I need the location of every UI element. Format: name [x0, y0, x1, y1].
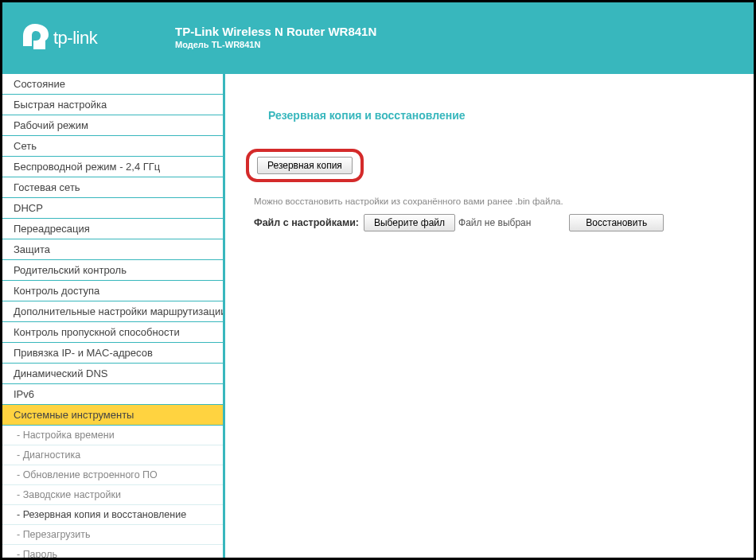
sidebar-item[interactable]: DHCP: [2, 198, 223, 219]
sidebar-item[interactable]: Переадресация: [2, 219, 223, 239]
sidebar-item[interactable]: Состояние: [2, 74, 223, 95]
file-row: Файл с настройками: Выберите файл Файл н…: [249, 214, 730, 231]
file-label: Файл с настройками:: [254, 217, 359, 228]
sidebar-item[interactable]: Беспроводной режим - 2,4 ГГц: [2, 157, 223, 177]
sidebar-subitem[interactable]: - Пароль: [2, 545, 223, 558]
sidebar-item[interactable]: Рабочий режим: [2, 115, 223, 136]
tp-link-logo-icon: [21, 22, 50, 54]
sidebar-subitem[interactable]: - Настройка времени: [2, 426, 223, 445]
brand-name: tp-link: [53, 28, 97, 49]
sidebar-item[interactable]: Гостевая сеть: [2, 177, 223, 198]
product-title: TP-Link Wireless N Router WR841N: [175, 25, 376, 38]
no-file-text: Файл не выбран: [458, 217, 531, 228]
header: tp-link TP-Link Wireless N Router WR841N…: [2, 2, 754, 74]
sidebar: СостояниеБыстрая настройкаРабочий режимС…: [2, 74, 225, 558]
backup-button[interactable]: Резервная копия: [257, 157, 353, 174]
choose-file-button[interactable]: Выберите файл: [364, 214, 455, 231]
sidebar-subitem[interactable]: - Резервная копия и восстановление: [2, 505, 223, 525]
main-content: Резервная копия и восстановление Резервн…: [225, 74, 754, 558]
product-subtitle: Модель TL-WR841N: [175, 40, 376, 49]
sidebar-subitem[interactable]: - Диагностика: [2, 445, 223, 465]
restore-help-text: Можно восстановить настройки из сохранён…: [249, 196, 730, 206]
header-title-block: TP-Link Wireless N Router WR841N Модель …: [175, 25, 376, 49]
restore-button[interactable]: Восстановить: [569, 214, 664, 231]
sidebar-subitem[interactable]: - Заводские настройки: [2, 485, 223, 505]
sidebar-item[interactable]: Контроль пропускной способности: [2, 322, 223, 343]
brand-logo: tp-link: [21, 22, 161, 54]
sidebar-item[interactable]: Контроль доступа: [2, 281, 223, 301]
sidebar-item[interactable]: Сеть: [2, 136, 223, 157]
sidebar-subitem[interactable]: - Обновление встроенного ПО: [2, 465, 223, 485]
backup-highlight: Резервная копия: [246, 149, 364, 182]
sidebar-item[interactable]: Быстрая настройка: [2, 95, 223, 115]
sidebar-item[interactable]: Дополнительные настройки маршрутизации: [2, 301, 223, 322]
sidebar-item[interactable]: IPv6: [2, 384, 223, 405]
sidebar-item[interactable]: Системные инструменты: [2, 405, 223, 426]
app-frame: tp-link TP-Link Wireless N Router WR841N…: [0, 0, 756, 560]
sidebar-item[interactable]: Динамический DNS: [2, 364, 223, 384]
sidebar-item[interactable]: Родительский контроль: [2, 260, 223, 281]
body: СостояниеБыстрая настройкаРабочий режимС…: [2, 74, 754, 558]
section-title: Резервная копия и восстановление: [249, 109, 730, 122]
sidebar-subitem[interactable]: - Перезагрузить: [2, 525, 223, 545]
sidebar-item[interactable]: Привязка IP- и MAC-адресов: [2, 343, 223, 364]
sidebar-item[interactable]: Защита: [2, 239, 223, 260]
